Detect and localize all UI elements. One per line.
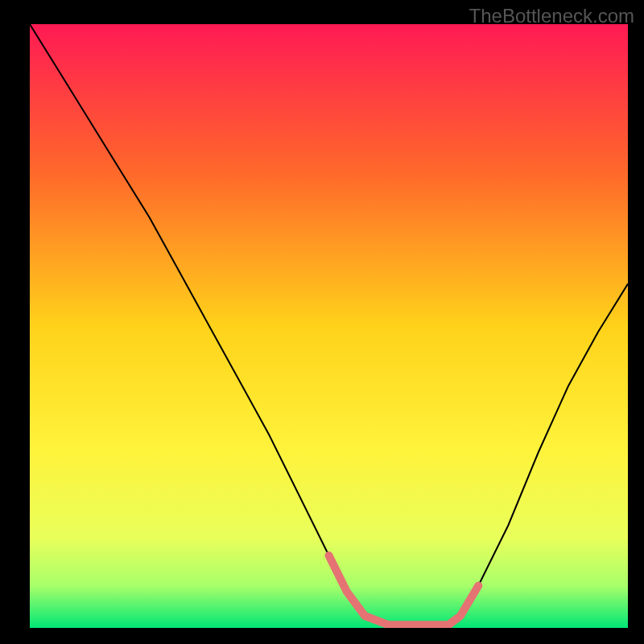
chart-svg <box>0 0 644 644</box>
plot-background <box>30 24 628 628</box>
watermark-text: TheBottleneck.com <box>469 5 634 27</box>
chart-container: TheBottleneck.com <box>0 0 644 644</box>
